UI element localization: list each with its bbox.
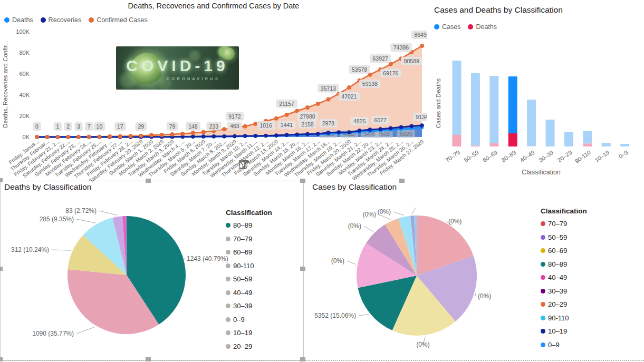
confirmed-point[interactable] <box>305 105 310 110</box>
deaths-bar-60–69[interactable] <box>489 143 498 146</box>
confirmed-point[interactable] <box>222 127 226 131</box>
legend-item-20–29[interactable]: 20–29 <box>541 300 587 308</box>
selection-handle[interactable] <box>300 267 305 271</box>
recoveries-point[interactable] <box>305 132 310 136</box>
confirmed-point[interactable] <box>129 134 133 138</box>
legend-item-0–9[interactable]: 0–9 <box>226 316 272 324</box>
legend-item-0–9[interactable]: 0–9 <box>541 341 587 349</box>
confirmed-point[interactable] <box>191 131 195 135</box>
deaths-bar-90-110[interactable] <box>583 143 592 146</box>
recoveries-point[interactable] <box>316 132 320 136</box>
selection-handle[interactable] <box>0 357 3 361</box>
selection-handle[interactable] <box>0 267 3 271</box>
cases-bar-0–9[interactable] <box>620 144 629 146</box>
selection-handle[interactable] <box>146 179 151 183</box>
confirmed-point[interactable] <box>201 130 206 134</box>
recoveries-point[interactable] <box>285 133 289 137</box>
cases-bar-80–89[interactable] <box>508 76 517 133</box>
selection-handle[interactable] <box>146 357 151 361</box>
recoveries-point[interactable] <box>191 134 195 139</box>
confirmed-point[interactable] <box>76 135 81 139</box>
recoveries-point[interactable] <box>420 123 424 128</box>
legend-item-40–49[interactable]: 40–49 <box>541 273 587 281</box>
selection-handle[interactable] <box>300 179 305 183</box>
cases-bar-40–49[interactable] <box>527 100 536 146</box>
selection-handle[interactable] <box>300 357 305 361</box>
confirmed-point[interactable] <box>347 85 351 90</box>
recoveries-point[interactable] <box>222 134 226 139</box>
legend-item-80–89[interactable]: 80–89 <box>226 221 272 229</box>
deaths-pie-visual[interactable]: Deaths by Classification 1243 (40.79%)10… <box>0 181 303 362</box>
legend-item-20–29[interactable]: 20–29 <box>226 343 272 350</box>
confirmed-point[interactable] <box>420 44 424 48</box>
legend-item-60–69[interactable]: 60–69 <box>226 248 272 256</box>
recoveries-point[interactable] <box>399 125 403 130</box>
recoveries-point[interactable] <box>410 124 414 129</box>
deaths-bar-80–89[interactable] <box>508 133 517 146</box>
confirmed-point[interactable] <box>139 134 143 138</box>
deaths-bar-70–79[interactable] <box>453 135 462 146</box>
confirmed-point[interactable] <box>87 135 91 139</box>
confirmed-point[interactable] <box>274 116 278 121</box>
line-chart-visual[interactable]: Deaths, Recoveries and Confirmed Cases b… <box>0 0 427 182</box>
cases-bar-60–69[interactable] <box>489 76 498 143</box>
recoveries-point[interactable] <box>201 134 206 139</box>
recoveries-point[interactable] <box>347 130 351 134</box>
recoveries-point[interactable] <box>389 126 393 131</box>
legend-item-10–19[interactable]: 10–19 <box>226 329 272 337</box>
confirmed-point[interactable] <box>316 102 320 106</box>
recoveries-point[interactable] <box>378 127 382 131</box>
recoveries-point[interactable] <box>368 128 372 132</box>
line-chart-plot: 0K20K40K60K80K100KDeaths, Recoveries and… <box>0 0 427 182</box>
selection-handle[interactable] <box>399 179 405 183</box>
confirmed-point[interactable] <box>285 113 289 117</box>
legend-item-50–59[interactable]: 50–59 <box>226 275 272 283</box>
cases-bar-50–59[interactable] <box>471 73 480 145</box>
cases-bar-20–29[interactable] <box>564 132 573 146</box>
confirmed-point[interactable] <box>97 134 101 139</box>
recoveries-point[interactable] <box>243 134 247 138</box>
recoveries-point[interactable] <box>358 129 362 133</box>
legend-item-90-110[interactable]: 90-110 <box>541 314 587 322</box>
pie-callout-label: (0%) <box>348 222 361 230</box>
recoveries-point[interactable] <box>337 130 341 134</box>
cases-bar-90-110[interactable] <box>583 131 592 143</box>
legend-item-10–19[interactable]: 10–19 <box>541 327 587 335</box>
confirmed-point[interactable] <box>149 133 153 138</box>
recoveries-point[interactable] <box>212 134 216 139</box>
confirmed-point[interactable] <box>326 97 330 102</box>
legend-item-70–79[interactable]: 70–79 <box>541 220 587 228</box>
confirmed-point[interactable] <box>160 133 164 137</box>
recoveries-point[interactable] <box>233 134 237 139</box>
focus-mode-icon[interactable] <box>256 163 268 175</box>
legend-item-80–89[interactable]: 80–89 <box>541 260 587 268</box>
cases-pie-visual[interactable]: Cases by Classification (0%)(0%)(0%)5352… <box>305 181 644 362</box>
confirmed-point[interactable] <box>243 124 247 129</box>
bar-chart-visual[interactable]: Cases and Deaths by Classification Cases… <box>430 0 644 182</box>
cases-bar-10–19[interactable] <box>602 143 611 146</box>
confirmed-point[interactable] <box>118 134 122 139</box>
legend-item-90-110[interactable]: 90-110 <box>226 262 272 270</box>
confirmed-point[interactable] <box>180 132 185 136</box>
deaths-bar-50–59[interactable] <box>471 145 480 146</box>
legend-item-30–39[interactable]: 30–39 <box>541 287 587 295</box>
recoveries-point[interactable] <box>326 131 331 135</box>
selection-handle[interactable] <box>0 178 3 182</box>
data-label: 3 <box>77 123 80 130</box>
more-options-icon[interactable] <box>273 163 286 175</box>
confirmed-point[interactable] <box>108 134 112 139</box>
cases-bar-30–39[interactable] <box>546 120 555 146</box>
recoveries-point[interactable] <box>264 134 268 138</box>
legend-item-70–79[interactable]: 70–79 <box>226 235 272 243</box>
legend-item-50–59[interactable]: 50–59 <box>541 233 587 241</box>
recoveries-point[interactable] <box>254 134 258 138</box>
cases-bar-70–79[interactable] <box>453 61 462 135</box>
x-axis-title: Classification <box>522 169 561 176</box>
recoveries-point[interactable] <box>295 133 299 137</box>
legend-item-60–69[interactable]: 60–69 <box>541 247 587 255</box>
legend-item-40–49[interactable]: 40–49 <box>226 289 272 297</box>
confirmed-point[interactable] <box>170 132 175 136</box>
recoveries-point[interactable] <box>274 133 278 138</box>
x-axis-label: 70–79 <box>444 149 461 163</box>
legend-item-30–39[interactable]: 30–39 <box>226 302 272 310</box>
